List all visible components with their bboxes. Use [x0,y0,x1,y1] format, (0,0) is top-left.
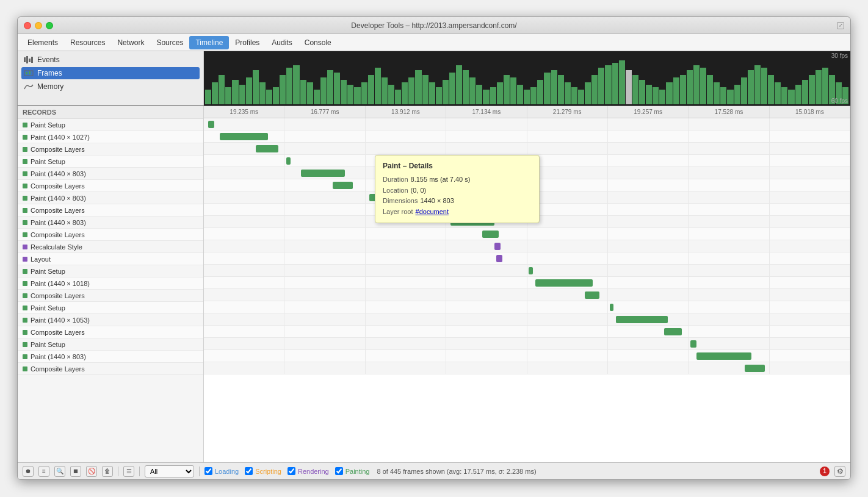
timeline-row[interactable] [204,191,850,204]
records-header: RECORDS [18,106,203,119]
timeline-row[interactable] [204,362,850,374]
record-row[interactable]: Composite Layers [18,363,203,375]
timeline-row[interactable] [204,326,850,338]
record-row[interactable]: Layout [18,253,203,265]
record-row[interactable]: Paint (1440 × 803) [18,192,203,204]
timeline-cell [608,326,689,337]
menu-tab-timeline[interactable]: Timeline [189,36,229,49]
overview-bar [341,80,347,104]
timeline-row[interactable] [204,204,850,216]
timeline-cell [527,191,608,203]
record-row[interactable]: Paint Setup [18,302,203,314]
stop-button[interactable]: ⏹ [70,466,81,477]
checkbox-cb-loading[interactable]: Loading [204,467,239,475]
record-row[interactable]: Paint (1440 × 1053) [18,314,203,326]
timeline-row[interactable] [204,131,850,143]
checkbox-input-cb-loading[interactable] [204,467,212,475]
overview-bar [598,68,604,104]
timeline-row[interactable] [204,301,850,313]
record-row[interactable]: Composite Layers [18,290,203,302]
expand-icon[interactable]: ⤢ [837,22,844,29]
timeline-cell [608,167,689,179]
record-label: Composite Layers [31,146,85,153]
checkbox-cb-scripting[interactable]: Scripting [245,467,281,475]
timeline-row[interactable] [204,252,850,265]
console-button[interactable]: ≡ [38,466,49,477]
checkbox-cb-rendering[interactable]: Rendering [288,467,329,475]
trash-button[interactable]: 🗑 [102,466,113,477]
timeline-row[interactable] [204,289,850,301]
record-row[interactable]: Paint Setup [18,338,203,351]
record-row[interactable]: Paint Setup [18,156,203,168]
overview-item-events[interactable]: Events [21,54,200,66]
timeline-cell [446,167,527,179]
record-label: Paint (1440 × 803) [31,219,86,226]
record-label: Composite Layers [31,365,85,373]
maximize-button[interactable] [46,22,53,29]
record-row[interactable]: Paint (1440 × 803) [18,351,203,363]
timeline-row[interactable] [204,277,850,289]
list-button[interactable]: ☰ [123,466,134,477]
overview-item-memory[interactable]: Memory [21,80,200,93]
timeline-row[interactable] [204,167,850,179]
timeline-row[interactable] [204,265,850,277]
record-row[interactable]: Paint (1440 × 1027) [18,131,203,143]
timeline-row[interactable] [204,338,850,350]
timeline-row[interactable] [204,143,850,155]
close-button[interactable] [24,22,31,29]
traffic-lights [24,22,53,29]
checkbox-input-cb-scripting[interactable] [245,467,253,475]
overview-bar [802,80,808,104]
record-row[interactable]: Paint (1440 × 1018) [18,277,203,290]
record-row[interactable]: Composite Layers [18,143,203,156]
menu-tab-audits[interactable]: Audits [266,36,298,49]
timeline-row[interactable] [204,240,850,252]
record-row[interactable]: Paint Setup [18,265,203,277]
record-label: Paint (1440 × 1027) [31,134,90,141]
record-row[interactable]: Composite Layers [18,180,203,192]
menu-tab-profiles[interactable]: Profiles [229,36,266,49]
minimize-button[interactable] [35,22,42,29]
timeline-cell [446,228,527,240]
menu-tab-sources[interactable]: Sources [150,36,189,49]
overview-bar [334,73,340,104]
checkbox-input-cb-painting[interactable] [335,467,343,475]
checkbox-input-cb-rendering[interactable] [288,467,295,475]
record-row[interactable]: Recalculate Style [18,241,203,253]
menu-tab-elements[interactable]: Elements [21,36,64,49]
timeline-row[interactable] [204,350,850,362]
checkbox-label-cb-rendering: Rendering [298,468,329,475]
timeline-cell [770,338,850,349]
record-row[interactable]: Paint Setup [18,119,203,131]
timeline-row[interactable] [204,216,850,228]
timeline-cell [366,155,446,166]
filter-select[interactable]: AllLoadingScriptingRenderingPainting [145,465,194,477]
no-entry-button[interactable]: 🚫 [86,466,97,477]
record-row[interactable]: Composite Layers [18,229,203,241]
overview-item-frames[interactable]: Frames [21,67,200,79]
timeline-bar [414,206,424,213]
timeline-row[interactable] [204,313,850,326]
settings-icon[interactable]: ⚙ [834,466,845,477]
timeline-row[interactable] [204,118,850,131]
menu-tab-network[interactable]: Network [111,36,150,49]
record-row[interactable]: Composite Layers [18,204,203,216]
overview-bar [205,90,211,104]
timeline-cell [527,301,608,313]
checkbox-cb-painting[interactable]: Painting [335,467,370,475]
timeline-cell [527,204,608,215]
record-row[interactable]: Paint (1440 × 803) [18,168,203,180]
overview-bar [591,75,598,104]
timeline-row[interactable] [204,155,850,167]
timeline-cell [527,131,608,142]
timeline-row[interactable] [204,179,850,191]
timeline-row[interactable] [204,228,850,240]
timeline-bar [696,352,751,360]
menu-tab-resources[interactable]: Resources [64,36,111,49]
record-row[interactable]: Paint (1440 × 803) [18,216,203,229]
search-button[interactable]: 🔍 [54,466,65,477]
record-row[interactable]: Composite Layers [18,326,203,338]
timeline-cell [366,240,446,252]
menu-tab-console[interactable]: Console [298,36,338,49]
record-button[interactable]: ⏺ [23,466,34,477]
